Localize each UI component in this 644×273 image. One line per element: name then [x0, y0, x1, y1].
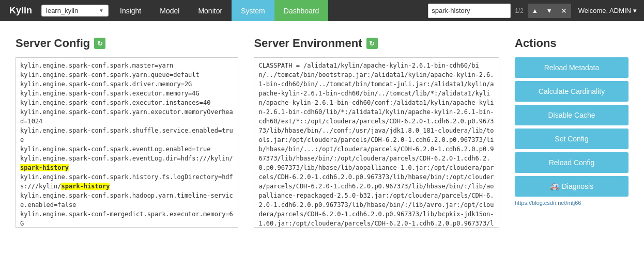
highlight-spark-history-2: spark-history: [61, 183, 110, 190]
reload-config-button[interactable]: Reload Config: [515, 152, 628, 173]
server-config-text: kylin.engine.spark-conf.spark.master=yar…: [20, 61, 234, 228]
project-dropdown[interactable]: learn_kylin ▼: [41, 5, 109, 17]
welcome-area[interactable]: Welcome, ADMIN ▾: [571, 7, 644, 14]
welcome-text: Welcome, ADMIN: [578, 7, 631, 14]
server-env-label: Server Environment: [254, 37, 362, 50]
search-close-button[interactable]: ✕: [557, 4, 571, 18]
main-content: Server Config ↻ kylin.engine.spark-conf.…: [0, 21, 644, 238]
footer-link[interactable]: https://blog.csdn.net/mtj66: [515, 200, 628, 206]
actions-section: Actions Reload Metadata Calculate Cardin…: [515, 37, 628, 228]
server-config-box[interactable]: kylin.engine.spark-conf.spark.master=yar…: [16, 57, 238, 228]
disable-cache-button[interactable]: Disable Cache: [515, 105, 628, 125]
server-env-box[interactable]: CLASSPATH = /alidata1/kylin/apache-kylin…: [254, 57, 499, 228]
search-prev-button[interactable]: ▲: [528, 4, 542, 18]
navbar: Kylin learn_kylin ▼ Insight Model Monito…: [0, 0, 644, 21]
server-config-section: Server Config ↻ kylin.engine.spark-conf.…: [16, 37, 238, 228]
search-input[interactable]: [432, 7, 494, 14]
server-config-label: Server Config: [16, 37, 90, 50]
server-config-refresh-icon[interactable]: ↻: [94, 38, 105, 49]
diagnosis-label: Diagnosis: [562, 182, 593, 190]
search-area: 1/2 ▲ ▼ ✕: [428, 0, 571, 21]
server-env-refresh-icon[interactable]: ↻: [366, 38, 378, 49]
nav-link-model[interactable]: Model: [150, 0, 189, 21]
set-config-button[interactable]: Set Config: [515, 129, 628, 149]
server-env-text: CLASSPATH = /alidata1/kylin/apache-kylin…: [258, 61, 495, 228]
search-count: 1/2: [511, 7, 528, 14]
nav-link-insight[interactable]: Insight: [111, 0, 150, 21]
actions-title: Actions: [515, 37, 628, 50]
search-nav-buttons: ▲ ▼ ✕: [528, 4, 571, 18]
diagnosis-button[interactable]: 🚑 Diagnosis: [515, 176, 628, 197]
nav-link-monitor[interactable]: Monitor: [189, 0, 232, 21]
server-env-section: Server Environment ↻ CLASSPATH = /alidat…: [254, 37, 499, 228]
brand-logo: Kylin: [0, 5, 41, 16]
search-box: [428, 4, 511, 18]
project-dropdown-value: learn_kylin: [46, 7, 78, 14]
nav-links: Insight Model Monitor System Dashboard: [111, 0, 328, 21]
nav-link-dashboard[interactable]: Dashboard: [274, 0, 329, 21]
highlight-spark-history-1: spark-history: [20, 164, 69, 171]
calculate-cardinality-button[interactable]: Calculate Cardinality: [515, 81, 628, 102]
nav-link-system[interactable]: System: [232, 0, 274, 21]
server-config-title: Server Config ↻: [16, 37, 238, 50]
reload-metadata-button[interactable]: Reload Metadata: [515, 57, 628, 78]
chevron-down-icon: ▼: [99, 8, 104, 13]
actions-label: Actions: [515, 37, 557, 50]
chevron-down-icon: ▾: [633, 7, 637, 14]
server-env-title: Server Environment ↻: [254, 37, 499, 50]
search-next-button[interactable]: ▼: [542, 4, 557, 18]
ambulance-icon: 🚑: [550, 182, 559, 190]
